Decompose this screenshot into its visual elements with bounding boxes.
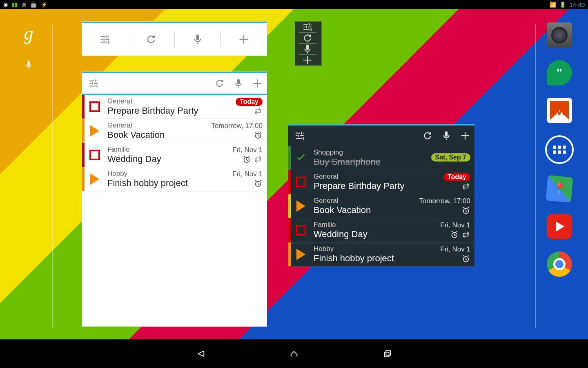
apps-drawer-icon[interactable] [545,135,574,164]
task-row[interactable]: General Prepare Birthday Party Today [82,95,267,119]
home-button[interactable] [284,344,304,364]
task-category: General [314,197,407,205]
android-icon: 🤖 [30,2,37,8]
voice-button[interactable] [295,44,320,54]
checkbox-icon[interactable] [89,101,100,112]
alarm-icon [254,131,263,140]
task-category: Hobby [107,170,199,178]
due-text: Fri, Nov 1 [440,221,470,229]
widget-toolbar-light-horizontal [82,21,267,56]
task-category: Familie [314,221,407,229]
back-button[interactable] [191,344,211,364]
sync-button[interactable] [418,126,437,146]
alarm-icon [242,155,251,164]
play-icon[interactable] [296,200,305,212]
due-text: Fri, Nov 1 [232,146,263,154]
due-text: Fri, Nov 1 [232,170,263,178]
task-category: General [107,121,199,130]
due-badge: Today [443,173,470,181]
play-icon[interactable] [90,173,99,185]
voice-button[interactable] [229,73,248,94]
task-row[interactable]: General Book Vacation Tomorrow, 17:00 [288,194,474,218]
task-category: General [314,173,407,181]
play-icon[interactable] [90,125,99,137]
wifi-icon: 📶 [550,2,556,8]
recent-button[interactable] [377,344,397,364]
play-icon[interactable] [296,249,305,260]
repeat-icon [254,155,263,164]
widget-tasklist-dark: Shopping Buy Smartphone Sat, Sep 7 Gener… [288,124,474,267]
sync-icon: ◎ [22,2,26,8]
status-time: 14:40 [569,1,585,8]
task-category: Shopping [314,148,407,157]
alarm-icon [254,179,263,188]
checkbox-icon[interactable] [296,225,306,236]
app-dock: " M 📍 [543,22,576,277]
checkbox-icon[interactable] [296,177,306,187]
settings-button[interactable] [82,73,105,94]
bolt-icon: ⚡ [41,2,47,8]
task-title: Wedding Day [107,154,199,164]
widget-toolbar-dark-vertical [295,21,322,66]
alarm-icon [461,206,470,215]
alarm-icon [461,254,470,263]
left-divider [52,24,53,328]
task-title: Wedding Day [314,229,407,240]
battery-icon: 🔋 [559,2,566,8]
due-text: Tomorrow, 17:00 [419,197,470,205]
checkbox-icon[interactable] [89,150,100,160]
task-title: Prepare Birthday Party [314,181,407,191]
task-row[interactable]: Hobby Finish hobby project Fri, Nov 1 [82,167,267,191]
task-title: Book Vacation [107,130,199,140]
alarm-icon [450,230,459,239]
google-mic-icon[interactable] [12,61,45,71]
sync-button[interactable] [210,73,229,94]
task-row[interactable]: Shopping Buy Smartphone Sat, Sep 7 [288,146,474,170]
settings-button[interactable] [295,22,320,32]
repeat-icon [254,107,263,116]
settings-button[interactable] [82,23,128,56]
task-title: Finish hobby project [107,178,199,188]
task-title: Prepare Birthday Party [107,105,199,116]
sync-button[interactable] [128,23,174,56]
add-button[interactable] [456,126,474,146]
gmail-app-icon[interactable]: M [547,98,572,123]
camera-app-icon[interactable] [547,22,572,48]
widget-tasklist-light: General Prepare Birthday Party Today Gen… [82,72,267,327]
task-row[interactable]: General Book Vacation Tomorrow, 17:00 [82,119,267,143]
due-badge: Sat, Sep 7 [431,153,470,162]
maps-app-icon[interactable]: 📍 [546,175,573,202]
voice-button[interactable] [437,126,456,146]
settings-button[interactable] [288,126,311,146]
task-row[interactable]: Familie Wedding Day Fri, Nov 1 [288,218,474,242]
task-category: General [107,97,199,105]
google-g-icon[interactable]: g [12,22,45,44]
task-row[interactable]: General Prepare Birthday Party Today [288,170,474,194]
due-text: Fri, Nov 1 [440,245,470,254]
voice-button[interactable] [175,23,220,56]
sync-button[interactable] [295,33,320,43]
hangouts-app-icon[interactable]: " [547,60,572,85]
due-text: Tomorrow, 17:00 [211,122,263,130]
task-row[interactable]: Hobby Finish hobby project Fri, Nov 1 [288,242,474,267]
gps-icon: ◉ [3,2,8,8]
repeat-icon [461,230,470,239]
add-button[interactable] [221,23,267,56]
due-badge: Today [236,98,263,106]
task-title: Finish hobby project [314,253,407,264]
google-sidebar: g [12,22,45,71]
task-category: Familie [107,146,199,154]
add-button[interactable] [248,73,267,94]
navigation-bar [0,339,588,368]
repeat-icon [461,182,470,191]
status-bar: ◉ ▮▮ ◎ 🤖 ⚡ 📶 🔋 14:40 [0,0,588,9]
task-row[interactable]: Familie Wedding Day Fri, Nov 1 [82,143,267,167]
check-icon[interactable] [295,152,307,164]
task-category: Hobby [314,245,407,253]
task-title: Buy Smartphone [314,157,407,167]
add-button[interactable] [295,55,320,65]
battery-bars-icon: ▮▮ [12,2,18,8]
task-title: Book Vacation [314,205,407,215]
youtube-app-icon[interactable] [547,214,572,239]
chrome-app-icon[interactable] [547,251,572,277]
